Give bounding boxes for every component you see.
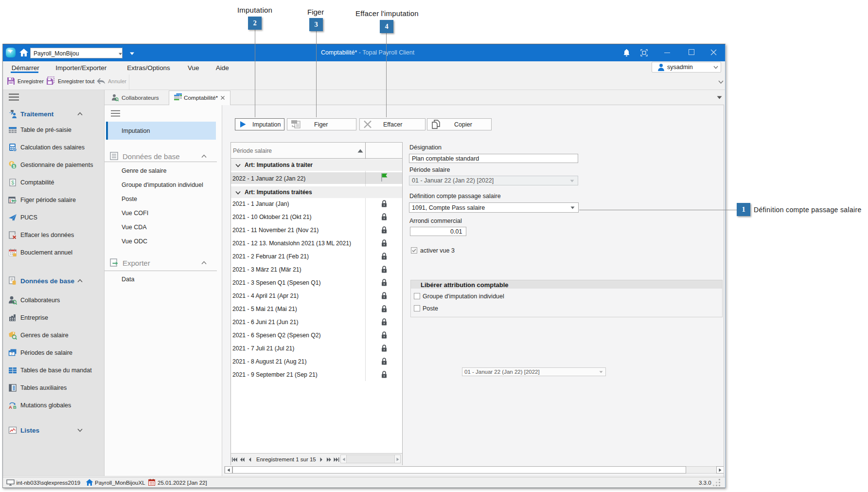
svg-text:7: 7: [11, 352, 13, 355]
svg-text:A: A: [9, 404, 12, 410]
svg-text:B: B: [13, 404, 17, 410]
svg-text:$: $: [13, 164, 15, 169]
svg-text:$: $: [11, 180, 14, 185]
